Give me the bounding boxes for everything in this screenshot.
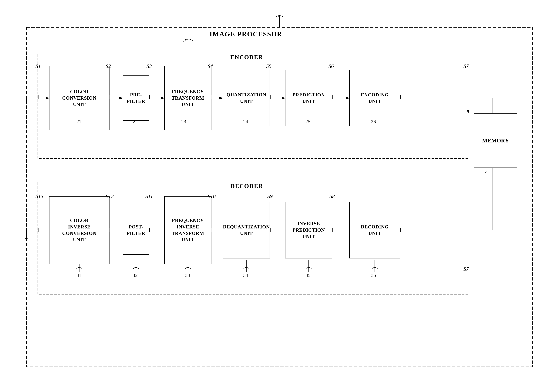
signal-s12: S12 <box>106 193 114 199</box>
encoding-unit: ENCODINGUNIT <box>349 70 400 126</box>
prediction-unit: PREDICTIONUNIT <box>285 70 332 126</box>
signal-s6: S6 <box>328 63 334 69</box>
signal-s7-top: S7 <box>464 63 469 69</box>
decoding-unit: DECODINGUNIT <box>349 202 400 258</box>
ref-31: 31 <box>76 273 81 278</box>
inverse-prediction-unit: INVERSEPREDICTIONUNIT <box>285 202 332 258</box>
signal-s13: S13 <box>36 193 43 199</box>
signal-s11: S11 <box>145 193 153 199</box>
ref-36: 36 <box>371 273 376 278</box>
encoder-label: ENCODER <box>230 54 263 61</box>
ref-32: 32 <box>133 273 138 278</box>
signal-s1-encoder: S1 <box>36 63 41 69</box>
ref-1: 1 <box>278 12 280 18</box>
post-filter-unit: POST-FILTER <box>123 206 149 255</box>
ref-4: 4 <box>485 169 488 175</box>
image-processor-label: IMAGE PROCESSOR <box>210 30 282 38</box>
freq-inverse-transform-unit: FREQUENCYINVERSETRANSFORMUNIT <box>164 196 211 264</box>
ref-34: 34 <box>243 273 248 278</box>
ref-33: 33 <box>185 273 190 278</box>
memory-unit: MEMORY <box>474 113 517 168</box>
color-inverse-conversion-unit: COLORINVERSECONVERSIONUNIT <box>49 196 110 264</box>
ref-24: 24 <box>243 119 248 125</box>
signal-s4: S4 <box>208 63 213 69</box>
ref-2: 2 <box>183 37 186 43</box>
signal-s10: S10 <box>208 193 216 199</box>
ref-35: 35 <box>306 273 310 278</box>
freq-transform-unit: FREQUENCYTRANSFORMUNIT <box>164 66 211 130</box>
ref-25: 25 <box>306 119 310 125</box>
signal-s7-bottom: S7 <box>464 266 469 272</box>
ref-22: 22 <box>133 119 138 125</box>
quantization-unit: QUANTIZATIONUNIT <box>223 70 270 126</box>
signal-s8: S8 <box>329 193 335 199</box>
ref-21: 21 <box>76 119 81 125</box>
dequantization-unit: DEQUANTIZATIONUNIT <box>223 202 270 258</box>
signal-s9: S9 <box>267 193 273 199</box>
ref-23-enc: 23 <box>181 119 186 125</box>
signal-s2: S2 <box>106 63 111 69</box>
decoder-label: DECODER <box>230 182 263 190</box>
signal-s3: S3 <box>147 63 152 69</box>
ref-26: 26 <box>371 119 376 125</box>
signal-s5: S5 <box>266 63 271 69</box>
pre-filter-unit: PRE-FILTER <box>123 75 149 121</box>
